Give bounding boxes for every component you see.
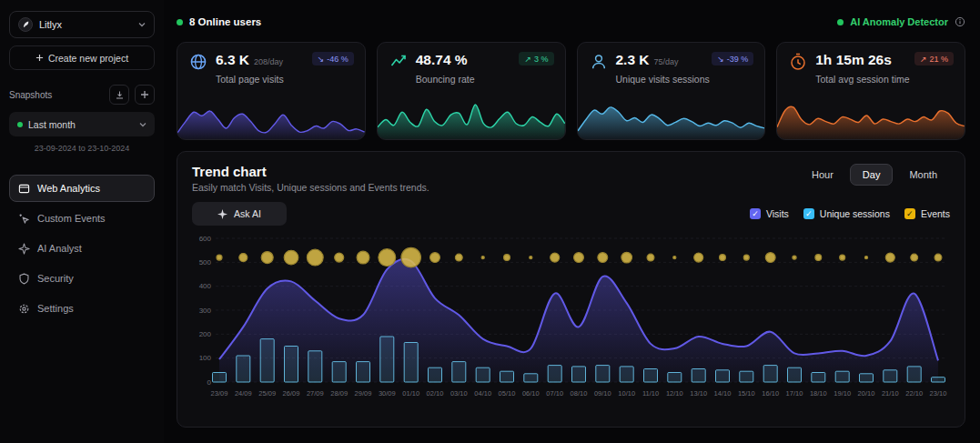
project-name: Litlyx <box>39 19 62 30</box>
bouncing-rate-sparkline <box>378 94 565 139</box>
legend-label: Events <box>921 208 950 219</box>
trend-down-icon: ↘ <box>717 55 724 64</box>
svg-text:04/10: 04/10 <box>474 389 491 398</box>
create-project-label: Create new project <box>48 53 128 64</box>
svg-text:27/09: 27/09 <box>307 389 324 398</box>
main-content: 8 Online users AI Anomaly Detector 6.3 K… <box>164 0 980 443</box>
ai-analyst-icon <box>18 243 30 255</box>
svg-text:26/09: 26/09 <box>283 389 300 398</box>
stat-card-bouncing-rate[interactable]: 48.74 % ↗ 3 % Bouncing rate <box>377 42 566 140</box>
create-project-button[interactable]: Create new project <box>9 45 155 70</box>
gear-icon <box>18 303 30 315</box>
svg-text:22/10: 22/10 <box>905 389 923 398</box>
online-users-label: 8 Online users <box>189 16 261 27</box>
anomaly-status-dot <box>837 19 844 25</box>
chevron-down-icon <box>138 22 146 27</box>
granularity-switcher: Hour Day Month <box>799 164 950 186</box>
stat-per-day: 75/day <box>654 57 679 66</box>
stat-card-unique-visits-sessions[interactable]: 2.3 K 75/day ↘ -39 % Unique visits sessi… <box>577 42 766 140</box>
events-checkbox[interactable]: ✓ <box>904 208 915 219</box>
snapshots-row: Snapshots <box>9 85 155 105</box>
svg-text:0: 0 <box>207 378 212 387</box>
sidebar-item-web-analytics[interactable]: Web Analytics <box>9 175 155 202</box>
avg-session-time-sparkline <box>777 94 965 139</box>
svg-text:12/10: 12/10 <box>666 389 683 398</box>
stat-trend-badge: ↗ 21 % <box>914 52 954 65</box>
globe-icon <box>188 52 208 72</box>
sidebar-item-ai-analyst[interactable]: AI Analyst <box>9 235 155 262</box>
trend-chart-subtitle: Easily match Visits, Unique sessions and… <box>192 182 429 193</box>
svg-text:100: 100 <box>199 354 212 362</box>
svg-text:20/10: 20/10 <box>858 389 875 398</box>
chevron-down-icon <box>139 122 146 127</box>
trend-up-icon: ↗ <box>524 55 531 64</box>
stat-cards-row: 6.3 K 208/day ↘ -46 % Total page visits … <box>177 42 965 140</box>
stat-card-avg-session-time[interactable]: 1h 15m 26s ↗ 21 % Total avg session time <box>776 42 965 140</box>
stat-per-day: 208/day <box>254 57 283 66</box>
trend-down-icon: ↘ <box>318 55 325 64</box>
snapshot-date-range: 23-09-2024 to 23-10-2024 <box>9 144 155 153</box>
bounce-rate-icon <box>389 52 409 72</box>
unique-sessions-checkbox[interactable]: ✓ <box>803 208 814 219</box>
svg-text:25/09: 25/09 <box>258 389 276 398</box>
project-selector[interactable]: Litlyx <box>9 11 155 38</box>
legend-item-events[interactable]: ✓ Events <box>904 208 950 219</box>
sidebar-item-custom-events[interactable]: Custom Events <box>9 205 155 232</box>
add-snapshot-button[interactable] <box>135 85 155 105</box>
sidebar-item-label: AI Analyst <box>37 243 82 254</box>
snapshot-status-dot <box>17 122 23 127</box>
trend-chart-card: Trend chart Easily match Visits, Unique … <box>177 151 965 428</box>
svg-text:28/09: 28/09 <box>330 389 348 398</box>
analytics-dashboard: Litlyx Create new project Snapshots Last… <box>0 0 980 443</box>
person-icon <box>589 52 609 72</box>
svg-text:14/10: 14/10 <box>714 389 732 398</box>
trend-chart[interactable]: 010020030040050060023/0924/0925/0926/092… <box>192 231 950 409</box>
snapshot-selected-value: Last month <box>28 119 76 130</box>
info-icon[interactable] <box>955 16 965 27</box>
svg-text:17/10: 17/10 <box>786 389 803 398</box>
stat-label: Total page visits <box>216 74 354 85</box>
stat-trend-badge: ↘ -46 % <box>312 52 354 65</box>
svg-text:15/10: 15/10 <box>738 389 755 398</box>
svg-text:05/10: 05/10 <box>499 389 516 398</box>
legend-item-unique-sessions[interactable]: ✓ Unique sessions <box>803 208 890 219</box>
svg-text:23/09: 23/09 <box>211 389 228 398</box>
svg-text:11/10: 11/10 <box>642 389 659 398</box>
ask-ai-button[interactable]: Ask AI <box>192 202 287 226</box>
svg-text:500: 500 <box>199 258 212 267</box>
stat-trend-badge: ↘ -39 % <box>712 52 753 65</box>
topbar: 8 Online users AI Anomaly Detector <box>177 13 965 31</box>
legend-item-visits[interactable]: ✓ Visits <box>750 208 789 219</box>
trend-chart-title: Trend chart <box>192 164 429 179</box>
svg-text:02/10: 02/10 <box>427 389 444 398</box>
granularity-day-button[interactable]: Day <box>850 164 894 186</box>
svg-text:30/09: 30/09 <box>379 389 396 398</box>
stat-trend-badge: ↗ 3 % <box>519 52 553 65</box>
shield-icon <box>18 273 30 285</box>
sidebar-item-security[interactable]: Security <box>9 265 155 292</box>
visits-checkbox[interactable]: ✓ <box>750 208 761 219</box>
sidebar-item-settings[interactable]: Settings <box>9 295 155 322</box>
custom-events-icon <box>18 213 30 225</box>
svg-text:29/09: 29/09 <box>355 389 372 398</box>
svg-text:18/10: 18/10 <box>810 389 827 398</box>
download-snapshot-button[interactable] <box>109 85 129 105</box>
legend-label: Unique sessions <box>820 208 890 219</box>
check-icon: ✓ <box>906 210 914 218</box>
svg-text:24/09: 24/09 <box>235 389 252 398</box>
granularity-month-button[interactable]: Month <box>896 164 950 186</box>
ai-anomaly-detector[interactable]: AI Anomaly Detector <box>837 16 965 27</box>
svg-text:09/10: 09/10 <box>594 389 611 398</box>
sidebar-nav: Web Analytics Custom Events AI Analyst S… <box>9 175 155 322</box>
unique-sessions-sparkline <box>578 94 765 139</box>
sidebar-item-label: Settings <box>37 303 74 314</box>
stat-card-total-page-visits[interactable]: 6.3 K 208/day ↘ -46 % Total page visits <box>177 42 366 140</box>
snapshot-select[interactable]: Last month <box>9 112 155 136</box>
stat-label: Total avg session time <box>815 74 954 85</box>
online-users: 8 Online users <box>177 16 261 27</box>
svg-text:08/10: 08/10 <box>571 389 588 398</box>
sidebar-item-label: Security <box>37 273 74 284</box>
granularity-hour-button[interactable]: Hour <box>799 164 846 186</box>
anomaly-detector-label: AI Anomaly Detector <box>850 16 948 27</box>
svg-text:07/10: 07/10 <box>546 389 563 398</box>
